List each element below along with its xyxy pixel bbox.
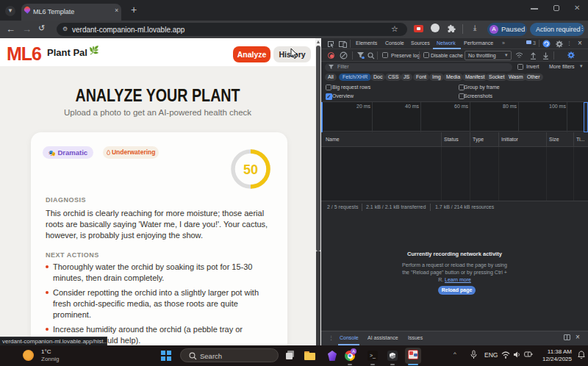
svg-text:50: 50 bbox=[243, 162, 258, 177]
